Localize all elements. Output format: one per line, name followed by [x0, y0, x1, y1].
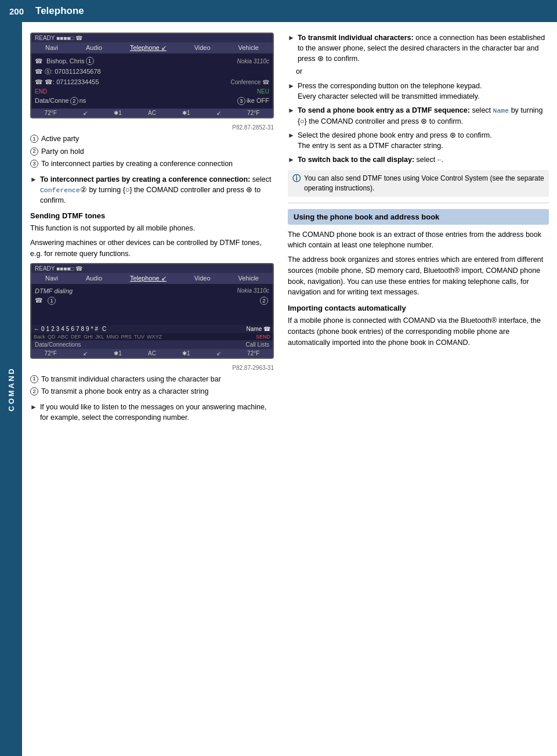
list-item: 3 To interconnect parties by creating a …	[30, 159, 274, 170]
dtmf-para1: This function is not supported by all mo…	[30, 223, 274, 234]
sidebar-label: COMAND	[7, 367, 16, 412]
screen1-footer: 72°F ↙ ✱1 AC ✱1 ↙ 72°F	[31, 109, 273, 117]
right-column: ► To transmit individual characters: onc…	[288, 33, 549, 746]
bullet-item-keypad: ► Press the corresponding button on the …	[288, 81, 549, 102]
numbered-list-1: 1 Active party 2 Party on hold 3 To inte…	[30, 134, 274, 170]
bullet-list-2: ► If you would like to listen to the mes…	[30, 402, 274, 423]
sidebar: COMAND	[0, 22, 22, 756]
list-item: 1 To transmit individual characters usin…	[30, 375, 274, 385]
bullet-item-dtmf-seq: ► To send a phone book entry as a DTMF s…	[288, 105, 549, 127]
screen2-nav-telephone: Telephone ↙	[130, 275, 167, 282]
screen1-topbar: READY ■■■■□ ☎	[31, 34, 273, 42]
screen2-caption: P82.87-2963-31	[30, 365, 274, 371]
screen2-nav-video: Video	[194, 275, 211, 282]
screen1-nav: Navi Audio Telephone ↙ Video Vehicle	[31, 42, 273, 53]
dtmf-keys-row: ← 0 1 2 3 4 5 6 7 8 9 * # C Name ☎	[31, 325, 273, 333]
right-bullet-list: ► To transmit individual characters: onc…	[288, 33, 549, 64]
triangle-icon: ►	[30, 402, 37, 412]
screen1-nav-audio: Audio	[86, 44, 102, 52]
screen2-nav-audio: Audio	[86, 275, 102, 282]
dtmf-label-row: Back QD ABC DEF GHI JKL MNO PRS TUV WXYZ…	[31, 333, 273, 340]
num-badge-2: 2	[30, 147, 38, 156]
triangle-icon: ►	[288, 81, 295, 91]
screen1-topbar-text: READY ■■■■□ ☎	[35, 35, 82, 41]
triangle-icon: ►	[288, 155, 295, 165]
bullet-item: ► To interconnect parties by creating a …	[30, 174, 274, 206]
page-title: Telephone	[35, 5, 84, 17]
screen1-nav-telephone: Telephone ↙	[130, 44, 167, 52]
list-item: 2 Party on hold	[30, 147, 274, 157]
bullet-item-transmit: ► To transmit individual characters: onc…	[288, 33, 549, 64]
blue-section-box: Using the phone book and address book	[288, 209, 549, 225]
phonebook-para2: The address book organizes and stores en…	[288, 254, 549, 298]
bullet-list-1: ► To interconnect parties by creating a …	[30, 174, 274, 206]
info-box: ⓘ You can also send DTMF tones using Voi…	[288, 170, 549, 197]
screen2-row1: DTMF dialing Nokia 3110c	[35, 286, 269, 296]
screen1-nav-video: Video	[194, 44, 211, 52]
screen1-row4: END NEU	[35, 87, 269, 96]
triangle-icon: ►	[288, 106, 295, 116]
screen2-nav-navi: Navi	[45, 275, 58, 282]
screen1-mockup: READY ■■■■□ ☎ Navi Audio Telephone ↙ Vid…	[30, 33, 274, 118]
screen1-row1: ☎ Bishop, Chris 1 Nokia 3110c	[35, 56, 269, 66]
screen2-row2: ☎ 1 2	[35, 296, 269, 306]
screen2-bottom: Data/Connections Call Lists	[31, 340, 273, 349]
page-number: 200	[9, 6, 24, 16]
triangle-icon: ►	[288, 131, 295, 141]
screen1-row3: ☎ ☎: 071122334455 Conference ☎	[35, 77, 269, 87]
list-item-text: To transmit a phone book entry as a char…	[41, 387, 208, 397]
num-badge-1: 1	[30, 375, 38, 383]
screen1-row2: ☎ ⓢ: 0703112345678	[35, 66, 269, 77]
or-text: or	[296, 66, 549, 77]
main-layout: COMAND READY ■■■■□ ☎ Navi Audio Telephon…	[0, 22, 557, 756]
screen1-body: ☎ Bishop, Chris 1 Nokia 3110c ☎ ⓢ: 07031…	[31, 53, 273, 109]
numbered-list-2: 1 To transmit individual characters usin…	[30, 375, 274, 397]
bullet-item: ► If you would like to listen to the mes…	[30, 402, 274, 423]
screen2-footer: 72°F ↙ ✱1 AC ✱1 ↙ 72°F	[31, 349, 273, 358]
import-para: If a mobile phone is connected with COMA…	[288, 315, 549, 348]
list-item: 2 To transmit a phone book entry as a ch…	[30, 387, 274, 397]
dtmf-para2: Answering machines or other devices can …	[30, 237, 274, 260]
triangle-icon: ►	[30, 175, 37, 185]
info-icon: ⓘ	[292, 173, 301, 185]
screen1-row5: Data/Conne2ns 3ike OFF	[35, 96, 269, 106]
content-area: READY ■■■■□ ☎ Navi Audio Telephone ↙ Vid…	[22, 22, 557, 756]
right-bullet-list-2: ► Press the corresponding button on the …	[288, 81, 549, 165]
screen1-caption: P82.87-2852-31	[30, 124, 274, 131]
left-column: READY ■■■■□ ☎ Navi Audio Telephone ↙ Vid…	[30, 33, 274, 746]
bullet-item-switch-back: ► To switch back to the call display: se…	[288, 154, 549, 165]
dtmf-heading: Sending DTMF tones	[30, 211, 274, 220]
screen2-badge2: 2	[260, 297, 268, 305]
screen2-nav: Navi Audio Telephone ↙ Video Vehicle	[31, 273, 273, 284]
num-badge-2: 2	[30, 387, 38, 395]
screen2-badge1: 1	[48, 297, 56, 305]
phonebook-para1: The COMAND phone book is an extract of t…	[288, 229, 549, 251]
import-heading: Importing contacts automatically	[288, 304, 549, 312]
triangle-icon: ►	[288, 33, 295, 43]
info-box-text: You can also send DTMF tones using Voice…	[304, 174, 544, 193]
screen2-topbar: READY ■■■■□ ☎	[31, 264, 273, 273]
screen1-badge1: 1	[86, 57, 94, 65]
bullet-item-select-entry: ► Select the desired phone book entry an…	[288, 130, 549, 151]
screen1-nav-navi: Navi	[45, 44, 58, 52]
section-divider	[288, 203, 549, 203]
num-badge-1: 1	[30, 135, 38, 143]
screen2-body: DTMF dialing Nokia 3110c ☎ 1 2	[31, 284, 273, 325]
page-header: 200 Telephone	[0, 0, 557, 22]
screen2-nav-vehicle: Vehicle	[238, 275, 259, 282]
list-item-text: To transmit individual characters using …	[41, 375, 221, 385]
list-item-text: Party on hold	[41, 147, 84, 157]
list-item-text: To interconnect parties by creating a co…	[41, 159, 233, 170]
screen1-nav-vehicle: Vehicle	[238, 44, 259, 52]
list-item-text: Active party	[41, 134, 79, 145]
list-item: 1 Active party	[30, 134, 274, 145]
screen2-mockup: READY ■■■■□ ☎ Navi Audio Telephone ↙ Vid…	[30, 263, 274, 359]
num-badge-3: 3	[30, 160, 38, 168]
